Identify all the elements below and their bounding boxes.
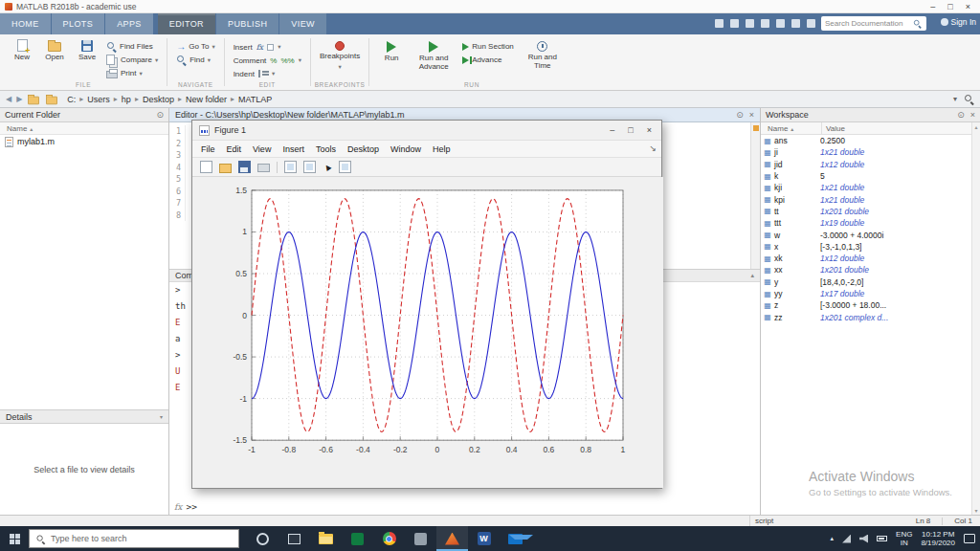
comment-control[interactable]: Comment % %% ▾: [234, 55, 301, 66]
save-icon[interactable]: [715, 19, 724, 28]
insert-control[interactable]: Insert fx ▾: [234, 41, 301, 53]
close-editor-icon[interactable]: ×: [749, 110, 754, 120]
workspace-row[interactable]: ▦w-3.0000 + 4.0000i: [761, 229, 980, 240]
details-header[interactable]: Details ▾: [0, 409, 168, 424]
sign-in-button[interactable]: Sign In: [941, 17, 976, 27]
panel-menu-icon[interactable]: ⊙: [736, 110, 744, 120]
run-and-time-button[interactable]: Run and Time: [520, 39, 566, 70]
search-folder-icon[interactable]: [964, 94, 974, 104]
workspace-row[interactable]: ▦jid1x12 double: [761, 159, 980, 170]
workspace-row[interactable]: ▦tt1x201 double: [761, 206, 980, 217]
workspace-name-column[interactable]: Name ▴: [761, 122, 822, 134]
close-workspace-icon[interactable]: ×: [970, 110, 975, 120]
workspace-value-column[interactable]: Value: [822, 122, 980, 134]
figure-minimize-button[interactable]: –: [610, 125, 614, 135]
chevron-down-icon[interactable]: ▾: [953, 95, 957, 103]
figure-menu-item[interactable]: Help: [433, 144, 451, 154]
figure-menu-item[interactable]: Window: [390, 144, 421, 154]
breadcrumb-segment[interactable]: Desktop: [142, 95, 175, 104]
figure-menu-item[interactable]: Tools: [316, 144, 336, 154]
plot-axes[interactable]: -1-0.8-0.6-0.4-0.200.20.40.60.81-1.5-1-0…: [192, 177, 663, 488]
workspace-row[interactable]: ▦y[18,4,0,-2,0]: [761, 276, 980, 288]
workspace-row[interactable]: ▦z[-3.0000 + 18.00...: [761, 299, 980, 311]
language-indicator[interactable]: ENG IN: [896, 530, 912, 547]
find-button[interactable]: Find ▾: [176, 55, 214, 65]
forward-icon[interactable]: ▶: [16, 95, 22, 103]
run-button[interactable]: Run: [378, 39, 405, 63]
copy-icon[interactable]: [746, 19, 754, 28]
workspace-row[interactable]: ▦xx1x201 double: [761, 264, 980, 276]
figure-menu-item[interactable]: Insert: [282, 144, 304, 154]
undo-icon[interactable]: [776, 19, 785, 28]
workspace-row[interactable]: ▦ans0.2500: [761, 135, 980, 146]
print-figure-icon[interactable]: [257, 164, 270, 172]
name-column-header[interactable]: Name ▴: [0, 122, 168, 135]
advance-button[interactable]: Advance: [462, 55, 514, 65]
green-app-button[interactable]: [342, 526, 373, 551]
breadcrumb-segment[interactable]: Users: [86, 95, 111, 104]
workspace-row[interactable]: ▦xk1x12 double: [761, 253, 980, 264]
network-icon[interactable]: [842, 535, 851, 543]
help-icon[interactable]: [807, 19, 815, 28]
workspace-row[interactable]: ▦k5: [761, 170, 980, 182]
dock-figure-icon[interactable]: ↘: [649, 143, 657, 153]
workspace-row[interactable]: ▦x[-3,-1,0,1,3]: [761, 241, 980, 253]
matlab-taskbar-button[interactable]: [436, 526, 468, 551]
workspace-row[interactable]: ▦kji1x21 double: [761, 182, 980, 193]
battery-icon[interactable]: [877, 536, 887, 541]
breadcrumb-segment[interactable]: MATLAP: [237, 95, 273, 104]
clock[interactable]: 10:12 PM 8/19/2020: [921, 530, 955, 547]
figure-menu-item[interactable]: Edit: [227, 144, 242, 154]
workspace-scrollbar[interactable]: ▴ ▾: [971, 122, 980, 515]
tab-view[interactable]: VIEW: [279, 13, 326, 34]
scroll-down-icon[interactable]: ▾: [974, 507, 977, 514]
figure-menu-item[interactable]: Desktop: [347, 144, 379, 154]
open-button[interactable]: Open: [41, 39, 68, 62]
tab-publish[interactable]: PUBLISH: [216, 13, 278, 34]
breadcrumb-segment[interactable]: New folder: [185, 95, 228, 104]
goto-button[interactable]: → Go To ▾: [176, 41, 214, 52]
maximize-button[interactable]: □: [947, 2, 952, 11]
start-button[interactable]: [0, 526, 29, 551]
collapse-icon[interactable]: ▴: [750, 272, 754, 279]
tab-plots[interactable]: PLOTS: [52, 13, 105, 34]
workspace-row[interactable]: ▦ttt1x19 double: [761, 217, 980, 229]
word-button[interactable]: W: [468, 526, 500, 551]
new-button[interactable]: New: [9, 39, 35, 62]
close-button[interactable]: ×: [966, 2, 970, 11]
tab-apps[interactable]: APPS: [105, 13, 153, 34]
chrome-button[interactable]: [373, 526, 405, 551]
figure-menu-item[interactable]: View: [253, 144, 271, 154]
data-cursor-icon[interactable]: [339, 161, 351, 173]
gray-app-button[interactable]: [405, 526, 436, 551]
back-icon[interactable]: ◀: [6, 95, 11, 103]
paste-icon[interactable]: [761, 19, 769, 28]
figure-menu-item[interactable]: File: [201, 144, 215, 154]
workspace-row[interactable]: ▦kpi1x21 double: [761, 193, 980, 205]
task-view-button[interactable]: [278, 526, 310, 551]
pointer-icon[interactable]: ▲: [320, 159, 335, 174]
outlook-button[interactable]: [500, 526, 531, 551]
panel-menu-icon[interactable]: ⊙: [156, 110, 164, 120]
save-figure-icon[interactable]: [238, 161, 251, 173]
editor-scrollbar[interactable]: [750, 122, 760, 269]
find-files-button[interactable]: Find Files: [106, 41, 158, 52]
legend-icon[interactable]: [303, 161, 316, 173]
open-figure-icon[interactable]: [219, 164, 232, 173]
figure-maximize-button[interactable]: □: [628, 125, 633, 135]
figure-window[interactable]: Figure 1 – □ × ↘ FileEditViewInsertTools…: [191, 120, 662, 489]
figure-close-button[interactable]: ×: [647, 125, 652, 135]
taskbar-search[interactable]: Type here to search: [29, 529, 239, 548]
breadcrumb-segment[interactable]: hp: [121, 95, 132, 104]
breakpoints-button[interactable]: Breakpoints ▾: [320, 39, 360, 71]
browse-folder-icon[interactable]: [46, 96, 57, 104]
run-section-button[interactable]: Run Section: [462, 41, 514, 52]
print-button[interactable]: Print ▾: [106, 68, 158, 78]
workspace-row[interactable]: ▦ji1x21 double: [761, 146, 980, 158]
file-item-mylab1[interactable]: mylab1.m: [0, 135, 168, 148]
cortana-button[interactable]: [247, 526, 278, 551]
scroll-up-icon[interactable]: ▴: [974, 123, 977, 130]
minimize-button[interactable]: –: [930, 2, 935, 11]
workspace-row[interactable]: ▦zz1x201 complex d...: [761, 311, 980, 322]
indent-control[interactable]: Indent ▾: [234, 68, 301, 79]
